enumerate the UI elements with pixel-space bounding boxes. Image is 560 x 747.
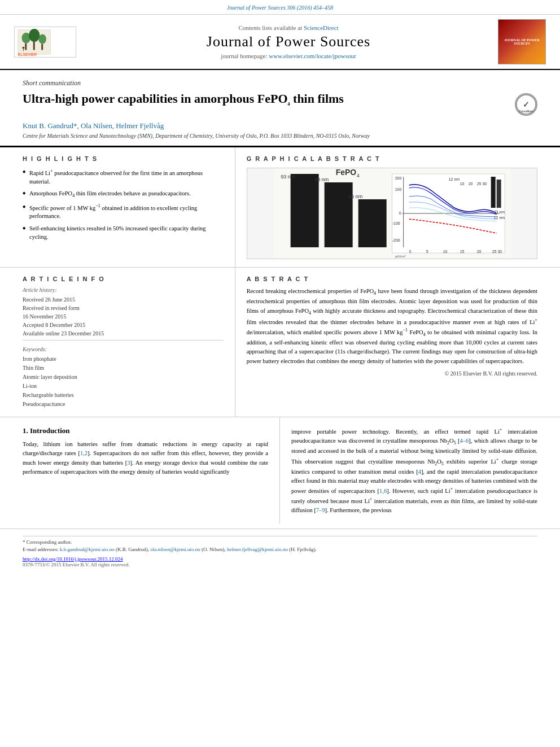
svg-point-7: [23, 46, 25, 49]
svg-text:4: 4: [356, 173, 359, 178]
sciencedirect-link[interactable]: ScienceDirect: [304, 24, 339, 31]
email-2-name: (O. Nilsen),: [202, 547, 226, 552]
doi-link[interactable]: http://dx.doi.org/10.1016/j.jpowsour.201…: [23, 556, 537, 562]
homepage-link[interactable]: www.elsevier.com/locate/jpowsour: [269, 53, 356, 59]
header-section: ELSEVIER Contents lists available at Sci…: [0, 15, 560, 70]
title-main: Ultra-high power capabilities in amorpho…: [23, 91, 288, 106]
svg-rect-35: [496, 180, 501, 208]
received-date: Received 26 June 2015: [23, 295, 224, 304]
article-info-section: A R T I C L E I N F O Article history: R…: [0, 268, 560, 417]
email-label: E-mail addresses:: [23, 547, 59, 552]
email-3-link[interactable]: helmer.fjellvag@kjemi.uio.no: [227, 547, 288, 552]
crossmark: ✓ CrossMark: [515, 93, 537, 116]
email-2-link[interactable]: ola.nilsen@kjemi.uio.no: [150, 547, 200, 552]
article-title-text: Ultra-high power capabilities in amorpho…: [23, 91, 509, 108]
svg-text:µA/cm²: µA/cm²: [395, 255, 405, 258]
article-info-left: A R T I C L E I N F O Article history: R…: [0, 268, 235, 417]
keywords-label: Keywords:: [23, 346, 224, 352]
header-center: Contents lists available at ScienceDirec…: [85, 24, 492, 59]
article-title-container: Ultra-high power capabilities in amorpho…: [23, 91, 537, 116]
svg-text:100: 100: [395, 187, 401, 191]
graphical-abstract-image: 93 nm 88 nm 46 nm FePO 4: [247, 168, 537, 259]
svg-rect-5: [33, 42, 35, 50]
email-1-name: (K.B. Gandrud),: [116, 547, 149, 552]
intro-text: Today, lithium ion batteries suffer from…: [23, 440, 268, 477]
main-content: 1. Introduction Today, lithium ion batte…: [0, 417, 560, 524]
keyword-6: Pseudocapacitance: [23, 400, 224, 409]
keyword-4: Li-ion: [23, 382, 224, 391]
homepage-text: journal homepage: www.elsevier.com/locat…: [85, 53, 492, 59]
svg-rect-4: [25, 43, 27, 50]
affiliation: Centre for Materials Science and Nanotec…: [23, 133, 537, 139]
keyword-1: Iron phosphate: [23, 355, 224, 364]
keyword-5: Rechargeable batteries: [23, 391, 224, 400]
title-suffix: thin films: [290, 91, 344, 106]
section-number: 1.: [23, 426, 28, 435]
svg-point-3: [38, 34, 46, 43]
svg-text:0: 0: [409, 250, 411, 254]
elsevier-logo: ELSEVIER: [14, 27, 76, 58]
svg-text:25 30: 25 30: [492, 250, 502, 254]
svg-text:46 nm: 46 nm: [348, 194, 362, 199]
svg-text:10: 10: [443, 250, 447, 254]
svg-text:23 nm: 23 nm: [493, 210, 505, 214]
svg-text:10: 10: [460, 182, 464, 186]
article-info-heading: A R T I C L E I N F O: [23, 276, 224, 282]
history-label: Article history:: [23, 287, 224, 293]
corresponding-author-note: * Corresponding author. E-mail addresses…: [23, 539, 537, 554]
svg-text:15: 15: [460, 250, 464, 254]
svg-text:5: 5: [426, 250, 428, 254]
svg-point-2: [29, 28, 40, 41]
svg-rect-14: [290, 174, 318, 247]
svg-text:12 nm: 12 nm: [448, 177, 460, 181]
svg-text:✓: ✓: [523, 100, 530, 109]
page: Journal of Power Sources 306 (2016) 454–…: [0, 0, 560, 747]
highlight-item: Amorphous FePO4 thin film electrodes beh…: [23, 189, 224, 199]
svg-text:200: 200: [395, 176, 401, 180]
revised-date: 16 November 2015: [23, 312, 224, 321]
svg-text:12 nm: 12 nm: [493, 216, 505, 220]
right-intro-text: improve portable power technology. Recen…: [291, 426, 537, 515]
svg-text:CrossMark: CrossMark: [519, 110, 533, 113]
highlights-list: Rapid Li+ pseudocapacitance observed for…: [23, 168, 224, 241]
top-bar: Journal of Power Sources 306 (2016) 454–…: [0, 0, 560, 15]
svg-text:88 nm: 88 nm: [314, 177, 329, 182]
sciencedirect-text: Contents lists available at ScienceDirec…: [85, 24, 492, 31]
highlights-col: H I G H L I G H T S Rapid Li+ pseudocapa…: [0, 147, 235, 267]
header-left: ELSEVIER: [11, 27, 79, 58]
revised-label: Received in revised form: [23, 304, 224, 312]
content-right: improve portable power technology. Recen…: [280, 417, 560, 524]
svg-rect-15: [324, 182, 352, 247]
available-date: Available online 23 December 2015: [23, 329, 224, 338]
highlight-item: Specific power of 1 MW kg−1 obtained in …: [23, 203, 224, 221]
graphical-abstract-heading: G R A P H I C A L A B S T R A C T: [247, 155, 537, 162]
highlight-item: Self-enhancing kinetics resulted in 50% …: [23, 224, 224, 241]
content-left: 1. Introduction Today, lithium ion batte…: [0, 417, 280, 524]
svg-text:0: 0: [399, 211, 401, 215]
svg-rect-34: [491, 177, 495, 208]
svg-text:93 nm: 93 nm: [281, 174, 295, 180]
journal-main-title: Journal of Power Sources: [85, 33, 492, 50]
footer-divider: [23, 536, 537, 536]
email-3-name: (H. Fjellvåg).: [289, 547, 317, 552]
article-info-right: A B S T R A C T Record breaking electroc…: [235, 268, 560, 417]
abstract-heading: A B S T R A C T: [247, 276, 537, 282]
svg-text:20: 20: [476, 250, 481, 254]
journal-cover: JOURNAL OF POWER SOURCES: [498, 19, 546, 64]
svg-text:-100: -100: [392, 221, 400, 225]
svg-text:ELSEVIER: ELSEVIER: [18, 53, 37, 56]
section-name: Introduction: [30, 426, 70, 435]
article-type: Short communication: [23, 79, 537, 88]
svg-rect-6: [41, 43, 43, 50]
accepted-date: Accepted 8 December 2015: [23, 321, 224, 329]
graphical-abstract-col: G R A P H I C A L A B S T R A C T 93 nm …: [235, 147, 560, 267]
svg-text:FePO: FePO: [335, 168, 356, 177]
abstract-text: Record breaking electrochemical properti…: [247, 287, 537, 366]
authors: Knut B. Gandrud*, Ola Nilsen, Helmer Fje…: [23, 121, 537, 130]
highlights-heading: H I G H L I G H T S: [23, 155, 224, 162]
keyword-3: Atomic layer deposition: [23, 373, 224, 382]
section-title: 1. Introduction: [23, 426, 268, 435]
email-1-link[interactable]: k.b.gandrud@kjemi.uio.no: [60, 547, 115, 552]
footer: * Corresponding author. E-mail addresses…: [0, 528, 560, 572]
header-right: JOURNAL OF POWER SOURCES: [498, 19, 549, 64]
